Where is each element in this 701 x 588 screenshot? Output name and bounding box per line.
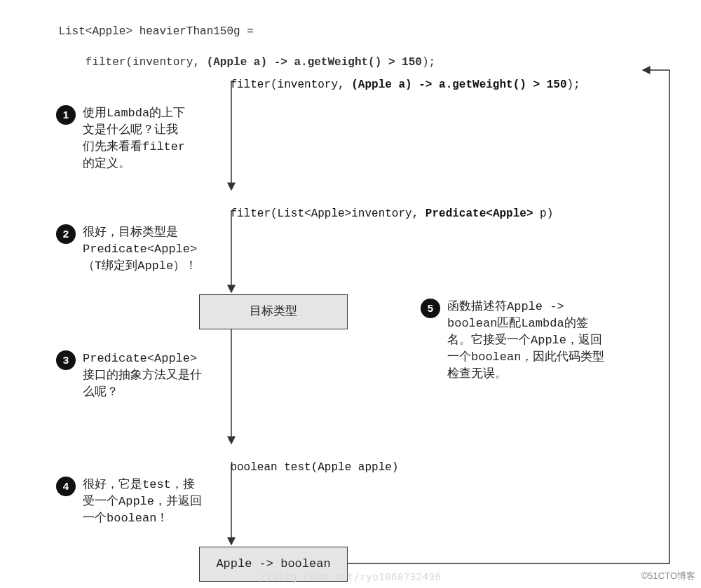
code-line-1: List<Apple> heavierThan150g = [58,25,253,38]
step-1-badge: 1 [56,105,76,125]
step-5-text: 函数描述符Apple -> boolean匹配Lambda的签名。它接受一个Ap… [447,299,610,383]
step-4-text: 很好，它是test，接受一个Apple，并返回一个boolean！ [83,477,203,527]
diagram-canvas: List<Apple> heavierThan150g = filter(inv… [0,0,701,588]
attribution-text: ©51CTO博客 [641,570,695,582]
step-3-badge: 3 [56,350,76,370]
step-5-badge: 5 [421,299,440,318]
step-1: 1 使用Lambda的上下文是什么呢？让我们先来看看filter的定义。 [56,105,189,172]
flow-test-signature: boolean test(Apple apple) [203,449,398,486]
flow-top-call: filter(inventory, (Apple a) -> a.getWeig… [203,66,580,104]
flow-filter-signature: filter(List<Apple>inventory, Predicate<A… [203,195,553,233]
step-1-text: 使用Lambda的上下文是什么呢？让我们先来看看filter的定义。 [83,105,189,172]
step-4-badge: 4 [56,477,76,496]
step-3: 3 Predicate<Apple>接口的抽象方法又是什么呢？ [56,350,203,401]
step-3-text: Predicate<Apple>接口的抽象方法又是什么呢？ [83,350,203,401]
watermark-text: //blog.csdn.net/ryo1060732496 [0,571,701,582]
step-2-text: 很好，目标类型是Predicate<Apple>（T绑定到Apple）！ [83,224,210,275]
step-2-badge: 2 [56,224,76,244]
code-line-2-pre: filter(inventory, [58,56,206,69]
step-2: 2 很好，目标类型是Predicate<Apple>（T绑定到Apple）！ [56,224,210,275]
step-4: 4 很好，它是test，接受一个Apple，并返回一个boolean！ [56,477,203,527]
box-target-type: 目标类型 [199,294,348,329]
step-5: 5 函数描述符Apple -> boolean匹配Lambda的签名。它接受一个… [421,299,610,383]
